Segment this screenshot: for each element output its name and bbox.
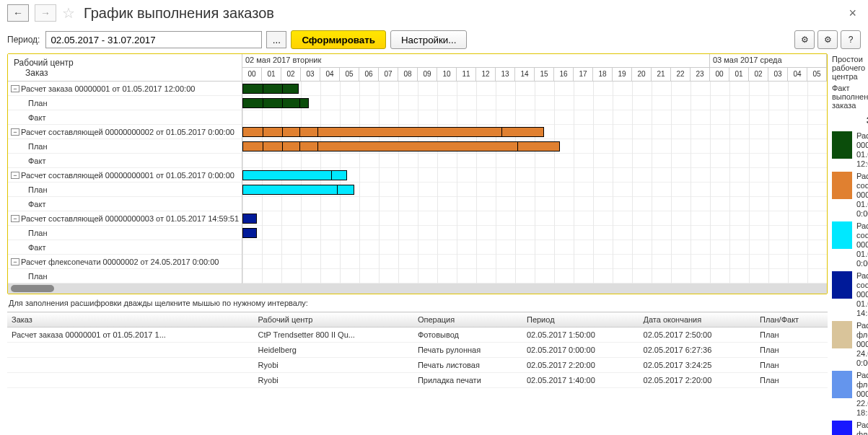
gantt-row-bars[interactable] <box>242 110 827 125</box>
gantt-bar[interactable] <box>242 98 309 108</box>
hour-header: 04 <box>320 68 340 81</box>
table-header[interactable]: Операция <box>413 312 522 328</box>
gantt-bar[interactable] <box>242 127 544 137</box>
hour-header: 02 <box>281 68 301 81</box>
legend-item[interactable]: Расчет составляющей 00000000003 от 01.05… <box>832 270 868 320</box>
gantt-row-label[interactable]: План <box>8 96 242 110</box>
expand-icon[interactable]: − <box>11 215 19 222</box>
gantt-row-bars[interactable] <box>242 240 827 255</box>
gantt-bar[interactable] <box>242 228 257 238</box>
hour-header: 03 <box>301 68 320 81</box>
favorite-icon[interactable]: ☆ <box>62 4 75 22</box>
gantt-row-label[interactable]: Факт <box>8 154 242 168</box>
gantt-row-bars[interactable] <box>242 211 827 226</box>
gantt-row-label[interactable]: План <box>8 183 242 197</box>
legend-panel: Простои рабочего центра Факт выполнения … <box>832 53 868 435</box>
table-cell: План <box>755 358 828 373</box>
gear2-icon[interactable]: ⚙ <box>817 30 838 49</box>
close-icon[interactable]: × <box>844 6 861 21</box>
table-row[interactable]: RyobiПечать листовая02.05.2017 2:20:0002… <box>7 358 828 373</box>
legend-item[interactable]: Расчет флексопечати 00000005 от 26.05.20… <box>832 419 868 435</box>
table-cell: Печать листовая <box>413 358 522 373</box>
table-cell: План <box>755 373 828 388</box>
period-picker-button[interactable]: ... <box>266 31 286 48</box>
table-row[interactable]: HeidelbergПечать рулонная02.05.2017 0:00… <box>7 343 828 358</box>
gantt-row-bars[interactable] <box>242 226 827 240</box>
gantt-row-label[interactable]: План <box>8 226 242 240</box>
table-cell: Печать рулонная <box>413 343 522 358</box>
table-header[interactable]: Дата окончания <box>639 312 756 328</box>
gantt-row-label[interactable]: Факт <box>8 110 242 125</box>
legend-fact-label: Факт выполнения заказа <box>832 84 868 110</box>
table-row[interactable]: RyobiПриладка печати02.05.2017 1:40:0002… <box>7 373 828 388</box>
gantt-row-label[interactable]: План <box>8 269 242 284</box>
expand-icon[interactable]: − <box>11 258 19 265</box>
back-button[interactable]: ← <box>7 4 29 22</box>
hour-header: 17 <box>574 68 593 81</box>
legend-item[interactable]: Расчет флексопечати 00000004 от 22.05.20… <box>832 369 868 419</box>
gantt-row-label[interactable]: Факт <box>8 197 242 211</box>
toolbar: Период: ... Сформировать Настройки... ⚙ … <box>0 26 868 53</box>
forward-button[interactable]: → <box>35 4 56 22</box>
expand-icon[interactable]: − <box>11 172 19 179</box>
table-cell: CtP Trendsetter 800 II Qu... <box>254 328 413 343</box>
hour-header: 02 <box>749 68 768 81</box>
gantt-row-label[interactable]: План <box>8 139 242 154</box>
table-header[interactable]: План/Факт <box>755 312 828 328</box>
gantt-row-bars[interactable] <box>242 82 827 96</box>
expand-icon[interactable]: − <box>11 128 19 136</box>
gantt-row-bars[interactable] <box>242 197 827 211</box>
gantt-row-bars[interactable] <box>242 183 827 197</box>
gantt-row-label[interactable]: −Расчет заказа 00000001 от 01.05.2017 12… <box>8 82 242 96</box>
expand-icon[interactable]: − <box>11 85 19 92</box>
gantt-row-label[interactable]: −Расчет составляющей 00000000002 от 01.0… <box>8 125 242 139</box>
hour-header: 08 <box>398 68 418 81</box>
table-cell: 02.05.2017 0:00:00 <box>522 343 639 358</box>
hour-header: 00 <box>242 68 262 81</box>
gantt-row-bars[interactable] <box>242 269 827 284</box>
gantt-row-label[interactable]: −Расчет составляющей 00000000003 от 01.0… <box>8 211 242 226</box>
table-cell <box>7 343 254 358</box>
table-cell: Ryobi <box>254 373 413 388</box>
day-header: 03 мая 2017 среда <box>710 54 827 67</box>
page-title: График выполнения заказов <box>84 5 274 22</box>
legend-swatch <box>832 421 852 435</box>
settings-button[interactable]: Настройки... <box>390 30 467 49</box>
gantt-bar[interactable] <box>242 214 257 224</box>
gantt-bar[interactable] <box>242 185 354 195</box>
gantt-row-bars[interactable] <box>242 96 827 110</box>
gantt-row-label[interactable]: −Расчет флексопечати 00000002 от 24.05.2… <box>8 255 242 269</box>
gantt-row-label[interactable]: −Расчет составляющей 00000000001 от 01.0… <box>8 168 242 183</box>
gear1-icon[interactable]: ⚙ <box>794 30 815 49</box>
gantt-bar[interactable] <box>242 84 299 94</box>
table-header[interactable]: Заказ <box>7 312 254 328</box>
table-header[interactable]: Рабочий центр <box>254 312 413 328</box>
hour-header: 13 <box>496 68 515 81</box>
legend-item[interactable]: Расчет составляющей 00000000002 от 01.05… <box>832 170 868 220</box>
table-row[interactable]: Расчет заказа 00000001 от 01.05.2017 1..… <box>7 328 828 343</box>
gantt-row-bars[interactable] <box>242 154 827 168</box>
hour-header: 11 <box>457 68 476 81</box>
period-input[interactable] <box>45 31 262 48</box>
gantt-row-bars[interactable] <box>242 168 827 183</box>
gantt-row-label[interactable]: Факт <box>8 240 242 255</box>
table-cell: 02.05.2017 1:50:00 <box>522 328 639 343</box>
legend-item[interactable]: Расчет флексопечати 00000002 от 24.05.20… <box>832 320 868 369</box>
gantt-bar[interactable] <box>242 170 347 180</box>
table-header[interactable]: Период <box>522 312 639 328</box>
gantt-row-bars[interactable] <box>242 255 827 269</box>
generate-button[interactable]: Сформировать <box>291 30 386 49</box>
legend-item[interactable]: Расчет заказа 00000001 от 01.05.2017 12:… <box>832 130 868 170</box>
gantt-row-bars[interactable] <box>242 125 827 139</box>
gantt-row-bars[interactable] <box>242 139 827 154</box>
legend-swatch <box>832 172 852 199</box>
help-button[interactable]: ? <box>841 30 861 49</box>
period-label: Период: <box>7 35 40 45</box>
gantt-bar[interactable] <box>242 141 560 151</box>
legend-text: Расчет составляющей 00000000002 от 01.05… <box>856 172 868 219</box>
gantt-hscrollbar[interactable] <box>8 284 827 294</box>
hour-header: 05 <box>340 68 359 81</box>
hour-header: 15 <box>535 68 554 81</box>
legend-item[interactable]: Расчет составляющей 00000000001 от 01.05… <box>832 220 868 270</box>
table-cell <box>7 373 254 388</box>
